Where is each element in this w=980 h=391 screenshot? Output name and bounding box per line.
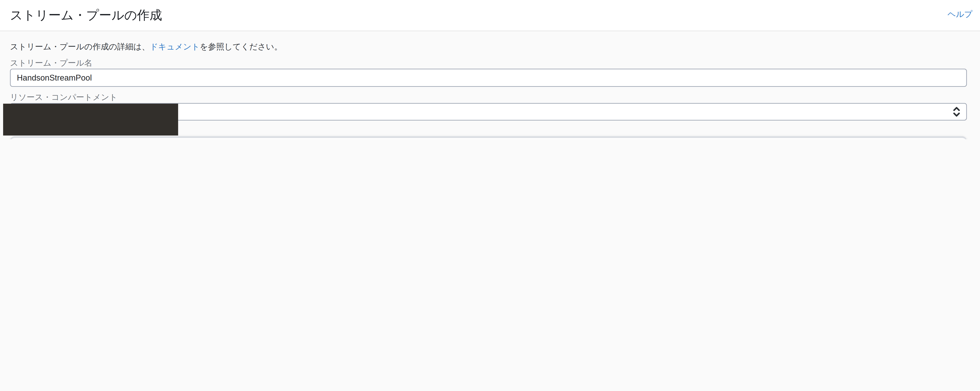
intro-pre: ストリーム・プールの作成の詳細は、 [10, 42, 150, 51]
documentation-link[interactable]: ドキュメント [150, 42, 200, 51]
intro-post: を参照してください。 [200, 42, 282, 51]
redacted-region [3, 104, 178, 136]
stream-pool-name-input[interactable] [10, 69, 967, 87]
intro-text: ストリーム・プールの作成の詳細は、ドキュメントを参照してください。 [10, 41, 967, 52]
compartment-label: リソース・コンパートメント [10, 92, 967, 102]
select-updown-icon [953, 106, 961, 117]
page-header: ストリーム・プールの作成 ヘルプ [0, 0, 980, 31]
stream-pool-config-card: ストリーム・プールの構成 エンドポイント・タイプの選択 パブリック・エンドポイン… [10, 136, 967, 139]
create-stream-pool-page: ストリーム・プールの作成 ヘルプ ストリーム・プールの作成の詳細は、ドキュメント… [0, 0, 980, 139]
stream-pool-name-label: ストリーム・プール名 [10, 58, 967, 68]
page-title: ストリーム・プールの作成 [0, 0, 980, 30]
help-link[interactable]: ヘルプ [948, 9, 972, 20]
